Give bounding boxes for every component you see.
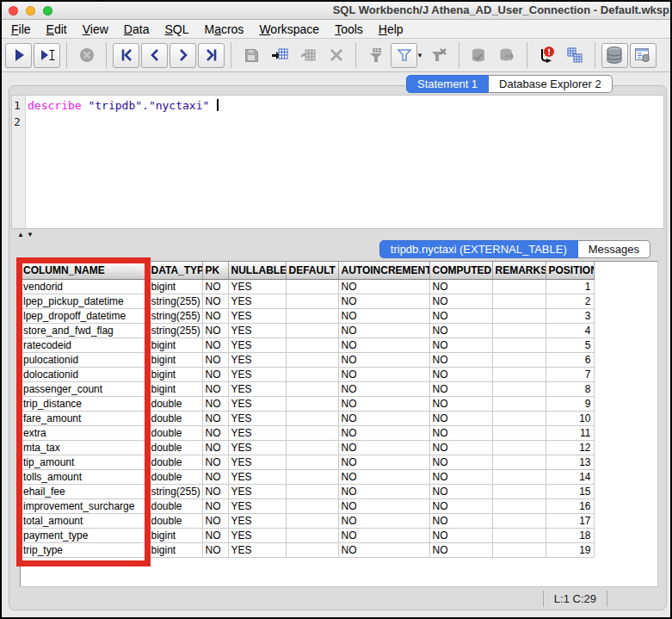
table-cell[interactable] <box>492 425 546 440</box>
column-header-pk[interactable]: PK <box>202 262 228 279</box>
table-cell[interactable] <box>286 279 338 294</box>
table-cell[interactable]: NO <box>202 279 228 294</box>
table-cell[interactable] <box>286 455 338 469</box>
table-cell[interactable]: NO <box>202 352 228 367</box>
table-cell[interactable]: ehail_fee <box>21 484 148 498</box>
table-cell[interactable]: NO <box>429 542 492 557</box>
table-cell[interactable] <box>286 367 338 381</box>
table-cell[interactable]: NO <box>429 484 492 498</box>
update-database-button[interactable] <box>266 43 293 68</box>
splitter-collapse-up-icon[interactable]: ▲ <box>17 231 24 238</box>
table-cell[interactable]: YES <box>228 440 286 455</box>
table-cell[interactable]: YES <box>228 279 286 294</box>
table-cell[interactable]: NO <box>429 498 492 513</box>
table-cell[interactable]: 11 <box>546 425 594 440</box>
table-cell[interactable]: ratecodeid <box>21 337 148 352</box>
table-cell[interactable]: YES <box>228 498 286 513</box>
table-cell[interactable]: NO <box>429 440 492 455</box>
table-cell[interactable]: bigint <box>148 367 202 381</box>
table-cell[interactable]: double <box>148 498 202 513</box>
table-cell[interactable]: NO <box>429 513 492 528</box>
delete-row-button[interactable] <box>323 43 349 68</box>
table-cell[interactable]: bigint <box>148 381 202 396</box>
table-cell[interactable]: tolls_amount <box>21 469 148 484</box>
splitter[interactable]: ▲▼ <box>11 229 664 240</box>
table-cell[interactable]: string(255) <box>148 323 202 337</box>
table-cell[interactable]: string(255) <box>148 484 202 498</box>
table-cell[interactable]: 19 <box>546 542 594 557</box>
table-cell[interactable]: trip_type <box>21 542 148 557</box>
table-cell[interactable]: YES <box>228 455 286 469</box>
table-cell[interactable]: string(255) <box>148 308 202 323</box>
table-cell[interactable]: NO <box>338 440 429 455</box>
table-cell[interactable]: NO <box>338 279 429 294</box>
table-cell[interactable]: double <box>148 440 202 455</box>
table-cell[interactable] <box>492 498 546 513</box>
menu-sql[interactable]: SQL <box>157 22 196 37</box>
table-cell[interactable] <box>492 542 546 557</box>
table-cell[interactable]: NO <box>338 513 429 528</box>
column-header-data_type[interactable]: DATA_TYPE <box>148 262 202 279</box>
table-cell[interactable]: NO <box>202 367 228 381</box>
table-cell[interactable]: 10 <box>546 411 594 425</box>
table-cell[interactable]: 17 <box>546 513 594 528</box>
table-cell[interactable]: fare_amount <box>21 411 148 425</box>
table-cell[interactable]: NO <box>429 279 492 294</box>
table-cell[interactable]: double <box>148 411 202 425</box>
database-connection-button[interactable] <box>601 43 628 68</box>
menu-edit[interactable]: Edit <box>39 22 75 37</box>
menu-macros[interactable]: Macros <box>196 22 251 37</box>
cancel-button[interactable] <box>73 43 100 68</box>
table-cell[interactable]: 14 <box>546 469 594 484</box>
table-cell[interactable]: 18 <box>546 528 594 542</box>
table-cell[interactable]: NO <box>202 484 228 498</box>
table-cell[interactable]: vendorid <box>21 279 148 294</box>
table-cell[interactable]: 13 <box>546 455 594 469</box>
save-changes-button[interactable] <box>237 43 264 68</box>
table-cell[interactable]: NO <box>338 411 429 425</box>
table-cell[interactable]: 4 <box>546 323 594 337</box>
table-cell[interactable]: 6 <box>546 352 594 367</box>
table-cell[interactable]: total_amount <box>21 513 148 528</box>
table-cell[interactable] <box>286 381 338 396</box>
table-cell[interactable]: NO <box>202 528 228 542</box>
table-cell[interactable] <box>286 469 338 484</box>
table-cell[interactable]: 8 <box>546 381 594 396</box>
rollback-button[interactable] <box>494 43 521 68</box>
table-cell[interactable]: NO <box>338 455 429 469</box>
table-cell[interactable]: NO <box>338 542 429 557</box>
table-cell[interactable]: 1 <box>546 279 594 294</box>
table-cell[interactable]: NO <box>429 367 492 381</box>
table-cell[interactable]: YES <box>228 367 286 381</box>
column-header-default[interactable]: DEFAULT <box>286 262 338 279</box>
table-cell[interactable]: 12 <box>546 440 594 455</box>
table-cell[interactable]: YES <box>228 381 286 396</box>
table-cell[interactable]: mta_tax <box>21 440 148 455</box>
table-cell[interactable]: double <box>148 396 202 411</box>
table-cell[interactable]: double <box>148 455 202 469</box>
table-cell[interactable]: NO <box>338 352 429 367</box>
table-cell[interactable]: NO <box>429 323 492 337</box>
table-cell[interactable] <box>492 455 546 469</box>
table-cell[interactable]: NO <box>202 542 228 557</box>
table-cell[interactable]: YES <box>228 484 286 498</box>
next-row-button[interactable] <box>170 43 196 68</box>
table-cell[interactable]: tip_amount <box>21 455 148 469</box>
table-cell[interactable] <box>492 396 546 411</box>
table-cell[interactable]: double <box>148 469 202 484</box>
table-cell[interactable]: NO <box>202 498 228 513</box>
table-cell[interactable]: NO <box>202 294 228 308</box>
copy-row-button[interactable] <box>294 43 321 68</box>
table-cell[interactable]: lpep_dropoff_datetime <box>21 308 148 323</box>
zoom-window-button[interactable] <box>43 6 52 15</box>
first-row-button[interactable] <box>113 43 139 68</box>
table-cell[interactable]: bigint <box>148 528 202 542</box>
table-cell[interactable]: NO <box>429 308 492 323</box>
table-cell[interactable] <box>492 352 546 367</box>
table-cell[interactable] <box>492 411 546 425</box>
splitter-collapse-down-icon[interactable]: ▼ <box>27 231 34 238</box>
table-cell[interactable]: NO <box>202 455 228 469</box>
table-cell[interactable] <box>286 484 338 498</box>
table-cell[interactable] <box>286 542 338 557</box>
table-cell[interactable]: YES <box>228 542 286 557</box>
